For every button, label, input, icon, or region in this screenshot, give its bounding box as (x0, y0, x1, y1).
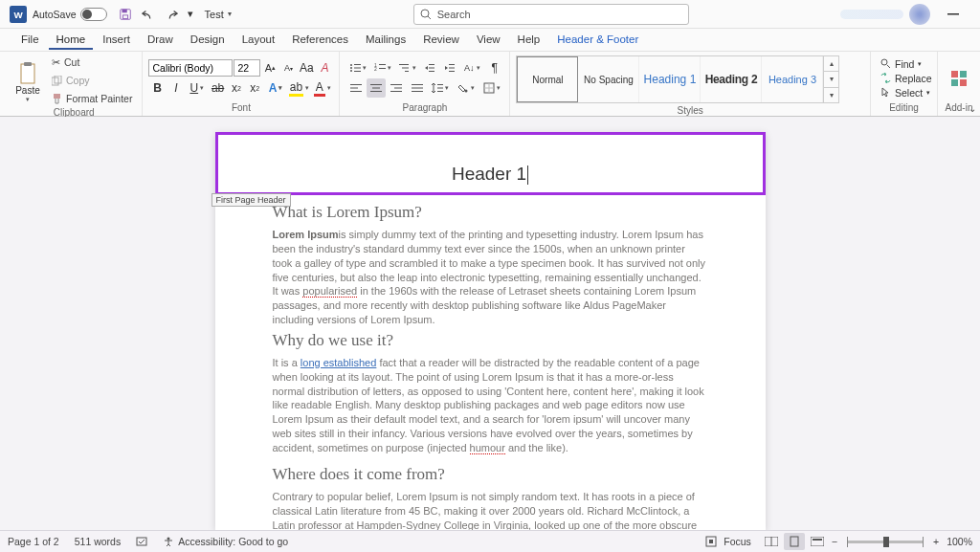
focus-label[interactable]: Focus (724, 536, 751, 547)
tab-home[interactable]: Home (49, 31, 94, 50)
status-page[interactable]: Page 1 of 2 (8, 536, 59, 547)
decrease-indent-button[interactable] (421, 58, 440, 77)
svg-rect-13 (354, 64, 361, 65)
search-placeholder: Search (437, 9, 471, 20)
bold-button[interactable]: B (148, 78, 166, 98)
text-effects-button[interactable]: A (264, 78, 286, 98)
style-heading-1[interactable]: Heading 1 (639, 56, 701, 102)
tab-references[interactable]: References (284, 31, 356, 50)
sort-button[interactable]: A↓ (460, 58, 484, 77)
align-center-button[interactable] (367, 78, 386, 98)
find-button[interactable]: Find▾ (877, 57, 936, 71)
spelling-error: humour (470, 442, 505, 454)
grow-font-button[interactable]: A▴ (261, 58, 278, 77)
search-input[interactable]: Search (413, 4, 689, 25)
superscript-button[interactable]: x2 (246, 78, 263, 98)
scissors-icon: ✂ (52, 56, 60, 68)
addins-icon (949, 69, 969, 88)
tab-review[interactable]: Review (415, 31, 467, 50)
tab-mailings[interactable]: Mailings (358, 31, 413, 50)
tab-insert[interactable]: Insert (95, 31, 138, 50)
change-case-button[interactable]: Aa (298, 58, 315, 77)
select-button[interactable]: Select▾ (877, 86, 936, 99)
zoom-thumb[interactable] (883, 537, 889, 547)
styles-scroll-up[interactable]: ▴ (824, 56, 838, 72)
cut-button[interactable]: ✂Cut (48, 54, 136, 71)
group-label-editing: Editing (877, 102, 931, 114)
tab-layout[interactable]: Layout (234, 31, 283, 50)
borders-button[interactable] (479, 78, 504, 98)
addins-button[interactable] (944, 69, 974, 88)
status-spellcheck[interactable] (136, 536, 147, 547)
shading-button[interactable] (454, 78, 479, 98)
style-heading-3[interactable]: Heading 3 (762, 56, 823, 102)
svg-rect-39 (390, 91, 402, 92)
styles-expand[interactable]: ▾ (824, 88, 838, 102)
italic-button[interactable]: I (167, 78, 185, 98)
underline-button[interactable]: U (186, 78, 208, 98)
group-paragraph: 12 A↓ ¶ Paragraph (340, 52, 510, 116)
justify-button[interactable] (407, 78, 426, 98)
font-name-input[interactable] (148, 59, 233, 77)
focus-mode-button[interactable] (701, 533, 722, 550)
tab-design[interactable]: Design (183, 31, 233, 50)
autosave-toggle[interactable]: AutoSave (33, 8, 107, 21)
format-painter-button[interactable]: Format Painter (48, 90, 136, 107)
paste-button[interactable]: Paste ▾ (11, 58, 44, 103)
status-bar: Page 1 of 2 511 words Accessibility: Goo… (0, 530, 980, 552)
zoom-in-button[interactable]: + (933, 536, 939, 547)
document-area[interactable]: Header 1 First Page Header What is Lorem… (0, 117, 980, 530)
copy-button[interactable]: Copy (48, 72, 136, 89)
page-header-zone[interactable]: Header 1 (215, 132, 766, 195)
zoom-level[interactable]: 100% (947, 536, 972, 547)
svg-rect-31 (350, 84, 362, 85)
font-size-input[interactable] (234, 59, 260, 77)
tab-draw[interactable]: Draw (140, 31, 181, 50)
style-no-spacing[interactable]: No Spacing (578, 56, 639, 102)
tab-view[interactable]: View (469, 31, 508, 50)
style-heading-2[interactable]: Heading 2 (701, 56, 762, 102)
qat-customize[interactable]: ▾ (184, 4, 197, 25)
svg-point-48 (881, 59, 887, 65)
minimize-button[interactable] (936, 4, 970, 25)
print-layout-button[interactable] (784, 533, 805, 550)
increase-indent-button[interactable] (440, 58, 459, 77)
tab-header-footer[interactable]: Header & Footer (549, 31, 646, 50)
bullets-button[interactable] (345, 58, 369, 77)
web-layout-button[interactable] (807, 533, 828, 550)
svg-rect-58 (791, 537, 798, 546)
align-right-button[interactable] (387, 78, 406, 98)
redo-button[interactable] (161, 4, 182, 25)
toggle-off-icon[interactable] (80, 8, 107, 21)
style-normal[interactable]: Normal (517, 56, 578, 102)
highlight-button[interactable]: ab (288, 78, 310, 98)
clear-formatting-button[interactable]: A (316, 58, 333, 77)
zoom-slider[interactable] (847, 541, 924, 543)
link-long-established[interactable]: long established (301, 357, 377, 368)
read-mode-button[interactable] (761, 533, 782, 550)
multilevel-icon (399, 63, 411, 73)
tab-file[interactable]: File (13, 31, 47, 50)
subscript-button[interactable]: x2 (228, 78, 245, 98)
user-name[interactable] (840, 10, 903, 19)
numbering-button[interactable]: 12 (370, 58, 394, 77)
save-button[interactable] (115, 4, 136, 25)
doc-name-chevron-icon[interactable]: ▾ (228, 10, 232, 18)
multilevel-list-button[interactable] (395, 58, 419, 77)
shrink-font-button[interactable]: A▾ (279, 58, 297, 77)
tab-help[interactable]: Help (510, 31, 548, 50)
status-accessibility[interactable]: Accessibility: Good to go (163, 536, 288, 547)
undo-button[interactable] (138, 4, 159, 25)
zoom-out-button[interactable]: − (832, 536, 837, 547)
styles-scroll-down[interactable]: ▾ (824, 72, 838, 87)
line-spacing-button[interactable] (428, 78, 453, 98)
heading-where: Where does it come from? (273, 465, 708, 484)
ribbon-collapse-button[interactable]: ⌄ (969, 103, 976, 114)
strikethrough-button[interactable]: ab (209, 78, 226, 98)
align-left-button[interactable] (345, 78, 365, 98)
user-avatar[interactable] (909, 4, 930, 25)
show-marks-button[interactable]: ¶ (485, 58, 504, 77)
font-color-button[interactable]: A (311, 78, 333, 98)
replace-button[interactable]: Replace (877, 72, 936, 85)
status-word-count[interactable]: 511 words (75, 536, 121, 547)
